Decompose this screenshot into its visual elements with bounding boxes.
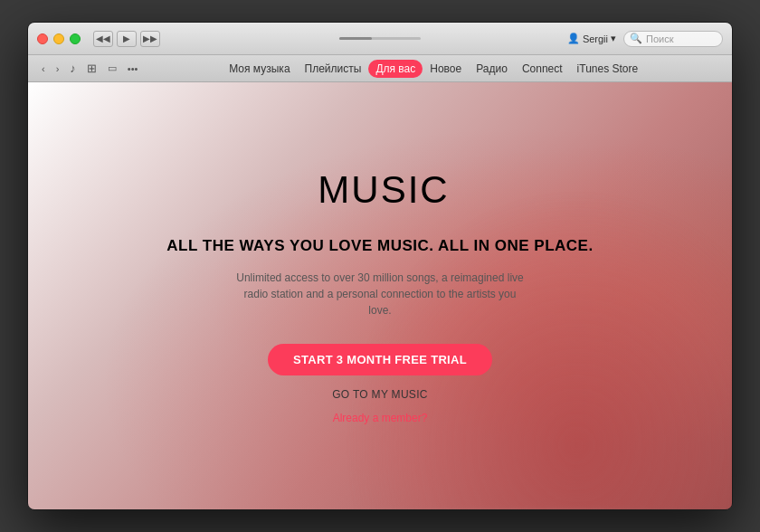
- tagline: ALL THE WAYS YOU LOVE MUSIC. ALL IN ONE …: [166, 237, 593, 255]
- progress-fill: [339, 37, 372, 40]
- titlebar-right: 👤 Sergii ▾ 🔍 Поиск: [567, 31, 723, 47]
- traffic-lights: [37, 33, 81, 44]
- screen-button[interactable]: ▭: [103, 60, 121, 77]
- chevron-down-icon: ▾: [611, 33, 616, 44]
- hero-section: MUSIC ALL THE WAYS YOU LOVE MUSIC. ALL I…: [28, 82, 732, 509]
- play-button[interactable]: ▶: [117, 31, 137, 47]
- nav-item-radio[interactable]: Радио: [469, 60, 515, 78]
- username-label: Sergii: [583, 33, 608, 44]
- progress-area: [339, 37, 421, 40]
- close-button[interactable]: [37, 33, 48, 44]
- playback-controls: ◀◀ ▶ ▶▶: [93, 31, 160, 47]
- grid-view-button[interactable]: ⊞: [82, 59, 101, 78]
- already-member-link[interactable]: Already a member?: [333, 412, 428, 424]
- more-button[interactable]: •••: [123, 61, 143, 77]
- trial-button[interactable]: START 3 MONTH FREE TRIAL: [268, 344, 492, 375]
- nav-item-for-you[interactable]: Для вас: [368, 60, 423, 78]
- nav-item-playlists[interactable]: Плейлисты: [298, 60, 369, 78]
- maximize-button[interactable]: [70, 33, 81, 44]
- music-label: MUSIC: [318, 168, 449, 212]
- forward-button[interactable]: ›: [52, 61, 64, 77]
- toolbar: ‹ › ♪ ⊞ ▭ ••• Моя музыка Плейлисты Для в…: [28, 55, 732, 82]
- apple-music-logo: MUSIC: [310, 168, 449, 212]
- nav-item-my-music[interactable]: Моя музыка: [222, 60, 297, 78]
- titlebar: ◀◀ ▶ ▶▶ 👤 Sergii ▾ 🔍 Поиск: [28, 23, 732, 55]
- main-content: MUSIC ALL THE WAYS YOU LOVE MUSIC. ALL I…: [28, 82, 732, 509]
- back-button[interactable]: ‹: [37, 61, 50, 77]
- nav-item-new[interactable]: Новое: [423, 60, 469, 78]
- description: Unlimited access to over 30 million song…: [235, 270, 525, 318]
- nav-items: Моя музыка Плейлисты Для вас Новое Радио…: [222, 60, 645, 78]
- nav-item-connect[interactable]: Connect: [515, 60, 570, 78]
- itunes-window: ◀◀ ▶ ▶▶ 👤 Sergii ▾ 🔍 Поиск ‹ › ♪ ⊞ ▭: [27, 22, 733, 510]
- fast-forward-button[interactable]: ▶▶: [140, 31, 160, 47]
- search-box[interactable]: 🔍 Поиск: [623, 31, 723, 47]
- rewind-button[interactable]: ◀◀: [93, 31, 113, 47]
- search-icon: 🔍: [630, 33, 642, 44]
- music-note-button[interactable]: ♪: [65, 59, 81, 78]
- progress-track[interactable]: [339, 37, 421, 40]
- goto-my-music-link[interactable]: GO TO MY MUSIC: [332, 388, 428, 401]
- user-menu[interactable]: 👤 Sergii ▾: [567, 33, 616, 44]
- nav-item-itunes-store[interactable]: iTunes Store: [570, 60, 646, 78]
- search-placeholder: Поиск: [646, 33, 673, 44]
- minimize-button[interactable]: [53, 33, 64, 44]
- person-icon: 👤: [567, 33, 580, 44]
